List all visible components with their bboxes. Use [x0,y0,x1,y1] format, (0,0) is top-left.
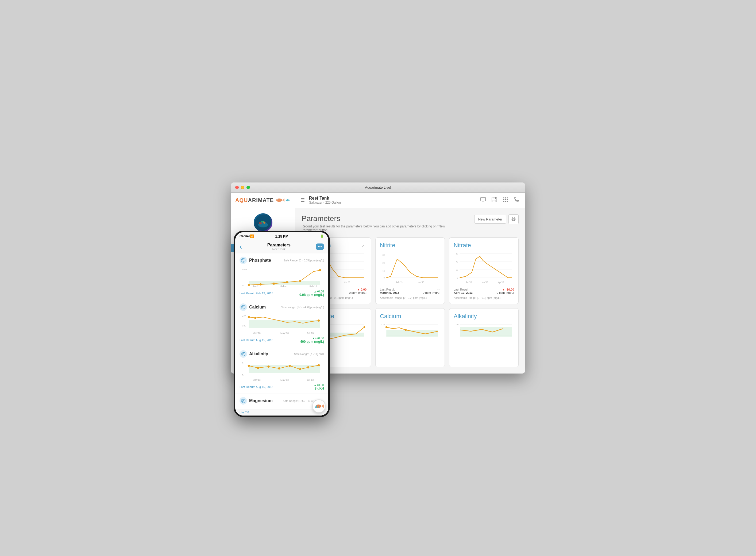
maximize-button[interactable] [247,186,250,189]
svg-text:40: 40 [456,260,458,263]
svg-text:0.08: 0.08 [242,268,247,271]
svg-point-87 [243,306,244,307]
param-title-nitrate: Nitrate [454,242,514,249]
magnesium-name: Magnesium [249,398,273,403]
close-button[interactable] [235,186,239,189]
svg-rect-26 [513,219,515,220]
svg-text:420: 420 [381,323,385,326]
header-tank-name: Reef Tank [309,196,341,201]
param-card-alkalinity[interactable]: Alkalinity 10 [449,308,519,367]
svg-point-24 [505,201,506,202]
phosphate-name: Phosphate [249,258,271,263]
main-header-right [480,197,520,204]
svg-marker-116 [321,405,324,408]
fish-secondary-icon [285,198,290,203]
nitrite-last-result: Last Result: March 5, 2013 == 0 ppm (mg/… [380,288,440,294]
print-button[interactable] [508,214,519,224]
phone-icon[interactable] [514,197,520,204]
mac-titlebar: Aquarimate Live! [231,182,525,193]
phosphate-range: Safe Range: [0 - 0.03] ppm (mg/L) [284,259,324,262]
svg-text:10: 10 [456,323,458,326]
alkalinity-mobile-result: Last Result: Aug 15, 2013 ▲+3.00 8 dKH [239,383,324,390]
hamburger-icon[interactable]: ☰ [300,197,305,203]
minimize-button[interactable] [241,186,244,189]
param-card-calcium[interactable]: Calcium 420 [375,308,445,367]
svg-point-102 [248,365,250,367]
param-title-calcium: Calcium [380,313,440,320]
alkalinity-range: Safe Range: [7 - 11] dKH [294,353,324,356]
new-parameter-button[interactable]: New Parameter [474,215,506,224]
svg-point-66 [385,326,387,328]
svg-text:380: 380 [242,324,246,327]
svg-point-0 [276,199,282,202]
magnesium-icon [239,397,247,405]
svg-text:10: 10 [383,270,385,272]
svg-text:0: 0 [457,276,458,279]
main-header: ☰ Reef Tank Saltwater - 225 Gallon [295,193,525,208]
svg-point-80 [286,281,288,283]
alkalinity-chart: 10 [454,322,514,343]
svg-marker-5 [289,199,290,201]
alkalinity-icon [239,350,247,358]
svg-text:Mar '13: Mar '13 [253,332,260,335]
back-button[interactable]: ‹ [239,242,242,251]
apps-icon[interactable] [502,197,508,204]
calcium-range: Safe Range: [375 - 450] ppm (mg/L) [281,306,324,309]
nitrate-chart: 60 40 20 0 Feb '13 Mar '13 Apr '13 [454,251,514,286]
svg-point-109 [317,364,320,366]
svg-point-104 [268,366,270,368]
svg-point-103 [257,367,259,369]
svg-rect-11 [481,197,486,201]
time-display: 1:25 PM [275,234,288,238]
svg-point-17 [503,198,504,198]
svg-text:Jan 21: Jan 21 [253,285,260,288]
traffic-lights [235,186,250,189]
param-title-alkalinity: Alkalinity [454,313,514,320]
nitrate-change: ▼ -10.00 [497,288,514,291]
svg-text:30: 30 [383,254,385,256]
parameters-description: Record your test results for the paramet… [302,224,451,232]
svg-point-23 [503,201,504,202]
mobile-param-calcium[interactable]: Calcium Safe Range: [375 - 450] ppm (mg/… [235,300,328,347]
mobile-nav: ‹ Parameters Reef Tank ••• [235,240,328,253]
svg-text:Feb 4: Feb 4 [280,285,287,288]
svg-point-108 [307,366,309,369]
more-button[interactable]: ••• [316,243,324,250]
svg-text:0: 0 [384,276,385,279]
svg-point-92 [254,317,256,319]
phosphate-mobile-result: Last Result: Feb 19, 2013 ▲+0.08 0.08 pp… [239,290,324,297]
battery-icon: 🔋 [320,234,324,238]
nitrite-chart: 30 20 10 0 Feb '13 Mar '13 [380,251,440,286]
svg-point-73 [243,259,244,260]
param-title-nitrite: Nitrite [380,242,440,249]
sidebar-logo: AQUARIMATE [231,193,295,208]
svg-text:20: 20 [383,262,385,264]
svg-point-21 [505,199,506,200]
calcium-name: Calcium [249,305,266,310]
parameter-grid: ⤢ Ammonia 10 [302,237,519,367]
mobile-param-phosphate[interactable]: Phosphate Safe Range: [0 - 0.03] ppm (mg… [235,253,328,300]
mobile-status-bar: Carrier 📶 1:25 PM 🔋 [235,232,328,240]
svg-rect-90 [249,320,320,328]
svg-point-119 [315,406,317,408]
alkalinity-name: Alkalinity [249,352,268,356]
svg-point-18 [505,198,506,198]
mobile-param-alkalinity[interactable]: Alkalinity Safe Range: [7 - 11] dKH 9 5 [235,347,328,394]
svg-rect-15 [493,197,495,199]
fab-button[interactable] [312,399,326,413]
svg-point-67 [405,329,407,331]
expand-icon[interactable]: ⤢ [362,244,364,248]
svg-text:Jul '13: Jul '13 [307,332,313,335]
svg-point-114 [243,399,244,401]
svg-point-91 [248,316,250,318]
save-icon[interactable] [491,197,497,204]
phosphate-mobile-chart: 0.08 0 Jan 21 Feb 4 Feb 18 [239,266,324,288]
calcium-chart: 420 [380,322,440,343]
param-card-nitrate[interactable]: Nitrate 60 40 20 0 [449,237,519,304]
logo-text: AQUARIMATE [235,197,274,203]
svg-text:0: 0 [242,284,243,287]
monitor-icon[interactable] [480,197,486,204]
alkalinity-mobile-chart: 9 5 Mar '13 May '13 Jul '13 [239,360,324,381]
param-card-nitrite[interactable]: Nitrite 30 20 10 0 [375,237,445,304]
svg-text:9: 9 [242,362,243,364]
